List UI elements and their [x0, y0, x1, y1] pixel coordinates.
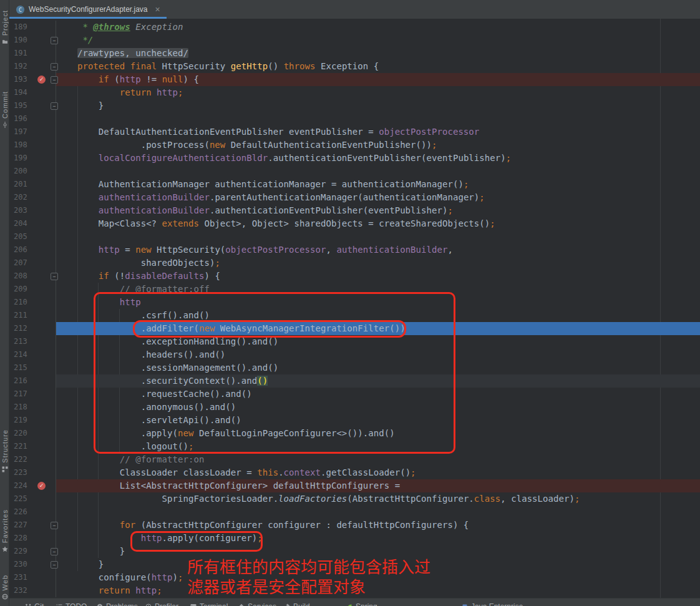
- code-text[interactable]: /rawtypes, unchecked/: [56, 47, 700, 60]
- code-text[interactable]: List<AbstractHttpConfigurer> defaultHttp…: [56, 479, 700, 492]
- gutter[interactable]: 228: [9, 532, 56, 545]
- code-text[interactable]: .securityContext().and(): [56, 374, 700, 388]
- gutter[interactable]: 216: [9, 374, 56, 388]
- code-text[interactable]: [56, 230, 700, 243]
- gutter[interactable]: 225: [9, 492, 56, 506]
- code-text[interactable]: }: [56, 99, 700, 112]
- code-text[interactable]: Map<Class<? extends Object>, Object> sha…: [56, 217, 700, 230]
- code-text[interactable]: // @formatter:on: [56, 453, 700, 466]
- gutter[interactable]: 190−: [9, 34, 56, 47]
- gutter[interactable]: 208−: [9, 270, 56, 283]
- gutter[interactable]: 207: [9, 257, 56, 270]
- code-text[interactable]: }: [56, 558, 700, 571]
- gutter[interactable]: 227−: [9, 519, 56, 532]
- gutter[interactable]: 229−: [9, 545, 56, 558]
- fold-icon[interactable]: −: [51, 37, 58, 44]
- fold-icon[interactable]: −: [51, 63, 58, 71]
- close-icon[interactable]: ×: [155, 5, 160, 14]
- code-text[interactable]: authenticationBuilder.authenticationEven…: [56, 204, 700, 217]
- code-text[interactable]: .sessionManagement().and(): [56, 361, 700, 374]
- gutter[interactable]: 205: [9, 230, 56, 243]
- code-text[interactable]: http: [56, 296, 700, 309]
- code-text[interactable]: http = new HttpSecurity(objectPostProces…: [56, 243, 700, 257]
- stripe-tab-web[interactable]: Web: [0, 575, 9, 600]
- gutter[interactable]: 201: [9, 178, 56, 191]
- code-text[interactable]: .postProcess(new DefaultAuthenticationEv…: [56, 139, 700, 152]
- code-text[interactable]: return http;: [56, 86, 700, 99]
- gutter[interactable]: 224✓: [9, 479, 56, 492]
- code-editor[interactable]: 189 * @throws Exception190− */191 /rawty…: [9, 19, 700, 598]
- code-text[interactable]: [56, 112, 700, 125]
- code-text[interactable]: .anonymous().and(): [56, 401, 700, 414]
- gutter[interactable]: 200: [9, 165, 56, 178]
- statusbar-item-profiler[interactable]: Profiler: [145, 600, 178, 606]
- code-text[interactable]: }: [56, 545, 700, 558]
- statusbar-item-java-enterprise[interactable]: Java Enterprise: [462, 600, 523, 606]
- gutter[interactable]: 220: [9, 427, 56, 440]
- code-text[interactable]: .logout();: [56, 440, 700, 453]
- gutter[interactable]: 195−: [9, 99, 56, 112]
- gutter[interactable]: 226: [9, 506, 56, 519]
- statusbar-item-terminal[interactable]: Terminal: [190, 600, 228, 606]
- gutter[interactable]: 219: [9, 414, 56, 427]
- code-text[interactable]: AuthenticationManager authenticationMana…: [56, 178, 700, 191]
- code-text[interactable]: .requestCache().and(): [56, 388, 700, 401]
- code-text[interactable]: http.apply(configurer);: [56, 532, 700, 545]
- gutter[interactable]: 206: [9, 243, 56, 257]
- gutter[interactable]: 211: [9, 309, 56, 322]
- gutter[interactable]: 214: [9, 348, 56, 361]
- code-text[interactable]: .exceptionHandling().and(): [56, 335, 700, 348]
- statusbar-item-services[interactable]: Services: [238, 600, 276, 606]
- gutter[interactable]: 198: [9, 139, 56, 152]
- gutter[interactable]: 194: [9, 86, 56, 99]
- statusbar-item-spring[interactable]: Spring: [346, 600, 377, 606]
- fold-icon[interactable]: −: [51, 561, 58, 569]
- gutter[interactable]: 204: [9, 217, 56, 230]
- gutter[interactable]: 232: [9, 584, 56, 597]
- fold-icon[interactable]: −: [51, 548, 58, 555]
- gutter[interactable]: 210: [9, 296, 56, 309]
- code-text[interactable]: localConfigureAuthenticationBldr.authent…: [56, 152, 700, 165]
- fold-icon[interactable]: −: [51, 273, 58, 280]
- gutter[interactable]: 191: [9, 47, 56, 60]
- gutter[interactable]: 215: [9, 361, 56, 374]
- code-text[interactable]: sharedObjects);: [56, 257, 700, 270]
- code-text[interactable]: protected final HttpSecurity getHttp() t…: [56, 60, 700, 73]
- code-text[interactable]: authenticationBuilder.parentAuthenticati…: [56, 191, 700, 204]
- stripe-tab-project[interactable]: Project: [0, 10, 9, 45]
- stripe-tab-structure[interactable]: Structure: [0, 429, 9, 472]
- code-text[interactable]: SpringFactoriesLoader.loadFactories(Abst…: [56, 492, 700, 506]
- gutter[interactable]: 213: [9, 335, 56, 348]
- gutter[interactable]: 230−: [9, 558, 56, 571]
- gutter[interactable]: 193✓−: [9, 73, 56, 86]
- gutter[interactable]: 222: [9, 453, 56, 466]
- breakpoint-icon[interactable]: ✓: [37, 482, 46, 490]
- code-text[interactable]: */: [56, 34, 700, 47]
- gutter[interactable]: 199: [9, 152, 56, 165]
- fold-icon[interactable]: −: [51, 102, 58, 110]
- code-text[interactable]: // @formatter:off: [56, 283, 700, 296]
- statusbar-item-todo[interactable]: TODO: [56, 600, 87, 606]
- gutter[interactable]: 221: [9, 440, 56, 453]
- code-text[interactable]: return http;: [56, 584, 700, 597]
- gutter[interactable]: 217: [9, 388, 56, 401]
- gutter[interactable]: 218: [9, 401, 56, 414]
- code-text[interactable]: for (AbstractHttpConfigurer configurer :…: [56, 519, 700, 532]
- stripe-tab-favorites[interactable]: Favorites: [0, 509, 9, 552]
- statusbar-item-git[interactable]: Git: [25, 600, 44, 606]
- code-text[interactable]: .servletApi().and(): [56, 414, 700, 427]
- code-text[interactable]: if (http != null) {: [56, 73, 700, 86]
- gutter[interactable]: 192−: [9, 60, 56, 73]
- gutter[interactable]: 231: [9, 571, 56, 584]
- gutter[interactable]: 189: [9, 21, 56, 34]
- gutter[interactable]: 212: [9, 322, 56, 335]
- code-text[interactable]: [56, 165, 700, 178]
- stripe-tab-commit[interactable]: Commit: [0, 91, 9, 128]
- breakpoint-icon[interactable]: ✓: [37, 76, 46, 84]
- gutter[interactable]: 203: [9, 204, 56, 217]
- gutter[interactable]: 202: [9, 191, 56, 204]
- gutter[interactable]: 196: [9, 112, 56, 125]
- code-text[interactable]: if (!disableDefaults) {: [56, 270, 700, 283]
- statusbar-item-problems[interactable]: Problems: [97, 600, 138, 606]
- statusbar-item-build[interactable]: Build: [284, 600, 310, 606]
